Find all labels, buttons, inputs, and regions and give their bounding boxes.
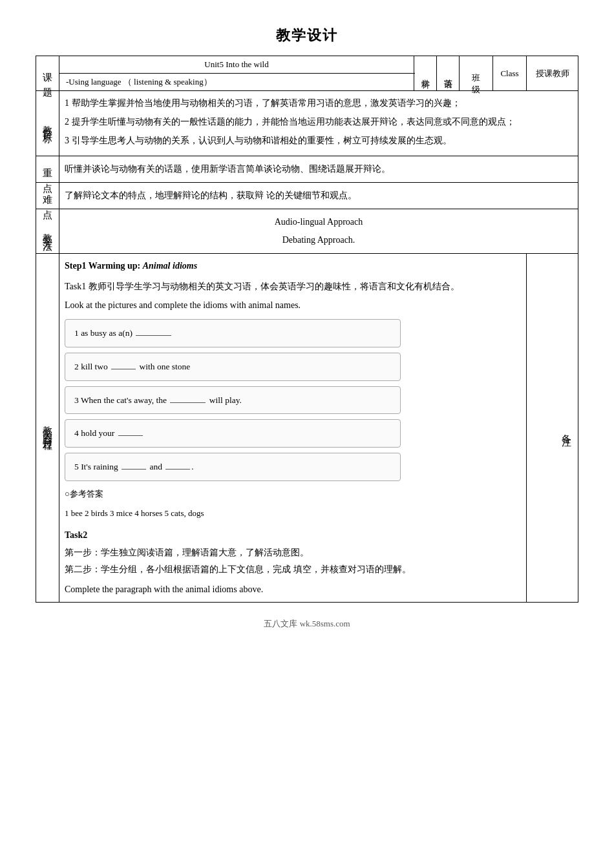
idiom-box-2: 2 kill two with one stone [65,353,401,381]
banji-col: 班 级 [460,56,493,91]
xuke-col: 学科 [414,56,437,91]
task1-intro: Task1 教师引导学生学习与动物相关的英文习语，体会英语学习的趣味性，将语言和… [65,278,521,296]
page-title: 教学设计 [276,26,338,45]
methods-row: 教学方法 Audio-lingual Approach Debating App… [36,209,578,253]
main-content-body: Step1 Warming up: Animal idioms Task1 教师… [59,253,527,603]
main-content-row: 教学内容与过程 Step1 Warming up: Animal idioms … [36,253,578,603]
class-col: Class [493,56,527,91]
approach-line2: Debating Approach. [65,231,573,249]
idiom-2: 2 kill two with one stone [74,362,190,371]
difficulty-label: 难 点 [36,182,59,209]
task2-instruction: Complete the paragraph with the animal i… [65,581,521,599]
idiom-1: 1 as busy as a(n) [74,328,173,338]
idiom-box-4: 4 hold your [65,419,401,448]
task2-step1: 第一步：学生独立阅读语篇，理解语篇大意，了解活动意图。 [65,544,521,562]
approach-line1: Audio-lingual Approach [65,213,573,231]
idiom-3: 3 When the cat's away, the will play. [74,395,242,405]
objectives-label: 教学目标 [36,91,59,156]
idiom-box-3: 3 When the cat's away, the will play. [65,386,401,415]
methods-label: 教学方法 [36,209,59,253]
obj-item-1: 1 帮助学生掌握并恰当地使用与动物相关的习语，了解英语常用习语的意思，激发英语学… [65,95,573,111]
keti-label: 课 题 [36,56,59,91]
keypoint-content: 听懂并谈论与动物有关的话题，使用新学语言简单谈论动物、围绕话题展开辩论。 [59,156,578,182]
keti-row: 课 题 Unit5 Into the wild 学科 英语 班 级 Class … [36,56,578,74]
yingyu-col: 英语 [437,56,460,91]
keypoint-row: 重 点 听懂并谈论与动物有关的话题，使用新学语言简单谈论动物、围绕话题展开辩论。 [36,156,578,182]
task1-instruction: Look at the pictures and complete the id… [65,297,521,315]
beinote-label: 备注 [527,253,578,603]
main-content-label: 教学内容与过程 [36,253,59,603]
teacher-col: 授课教师 [527,56,578,91]
ref-label: ○参考答案 [65,486,521,502]
difficulty-content: 了解辩论文本的特点，地理解辩论的结构，获取辩 论的关键细节和观点。 [59,182,578,209]
idiom-5: 5 It's raining and . [74,462,194,471]
obj-item-2: 2 提升学生听懂与动物有关的一般性话题的能力，并能恰当地运用功能表达展开辩论，表… [65,114,573,130]
objectives-row: 教学目标 1 帮助学生掌握并恰当地使用与动物相关的习语，了解英语常用习语的意思，… [36,91,578,156]
idiom-4: 4 hold your [74,428,144,438]
idiom-box-5: 5 It's raining and . [65,453,401,481]
objectives-content: 1 帮助学生掌握并恰当地使用与动物相关的习语，了解英语常用习语的意思，激发英语学… [59,91,578,156]
idiom-box-1: 1 as busy as a(n) [65,319,401,347]
unit-line2: -Using language （ listening & speaking） [59,74,414,91]
methods-content: Audio-lingual Approach Debating Approach… [59,209,578,253]
task2-title: Task2 [65,527,521,544]
main-table: 课 题 Unit5 Into the wild 学科 英语 班 级 Class … [36,56,578,603]
unit-line1: Unit5 Into the wild [59,56,414,74]
footer-text: 五八文库 wk.58sms.com [264,618,350,630]
keypoint-label: 重 点 [36,156,59,182]
obj-item-3: 3 引导学生思考人与动物的关系，认识到人与动物和谐相处的重要性，树立可持续发展的… [65,132,573,149]
task2-step2: 第二步：学生分组，各小组根据语篇的上下文信息，完成 填空，并核查对习语的理解。 [65,561,521,579]
ref-answer: 1 bee 2 birds 3 mice 4 horses 5 cats, do… [65,506,521,522]
difficulty-row: 难 点 了解辩论文本的特点，地理解辩论的结构，获取辩 论的关键细节和观点。 [36,182,578,209]
step1-title: Step1 Warming up: Animal idioms [65,258,521,275]
